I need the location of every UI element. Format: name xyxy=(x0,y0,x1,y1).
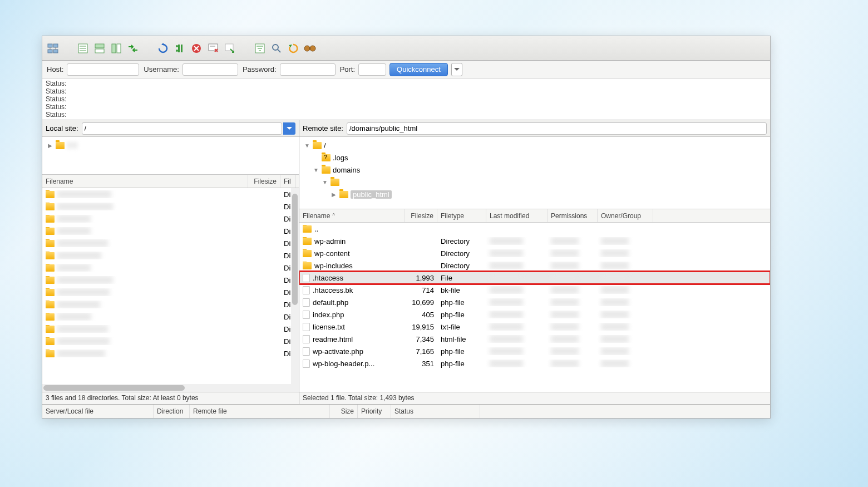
username-input[interactable] xyxy=(183,63,238,76)
tree-row[interactable]: .logs xyxy=(302,151,768,164)
toggle-local-tree-icon[interactable] xyxy=(92,41,107,56)
col-status[interactable]: Status xyxy=(391,405,480,418)
filename-blurred xyxy=(57,215,91,223)
list-item[interactable]: wp-content Directory xyxy=(299,247,770,259)
remote-site-input[interactable] xyxy=(347,122,767,135)
col-direction[interactable]: Direction xyxy=(154,405,190,418)
col-filesize[interactable]: Filesize xyxy=(405,209,437,222)
tree-row[interactable]: ▶ public_html xyxy=(302,188,768,200)
list-item[interactable]: Dir xyxy=(42,200,299,213)
list-item[interactable]: Dir xyxy=(42,225,299,237)
permissions-blurred xyxy=(551,360,579,367)
modified-blurred xyxy=(490,274,523,282)
horizontal-scrollbar[interactable] xyxy=(42,384,299,392)
filename-blurred xyxy=(57,350,105,357)
filetype-cell: php-file xyxy=(437,298,486,307)
modified-blurred xyxy=(490,262,523,269)
toggle-remote-tree-icon[interactable] xyxy=(109,41,124,56)
list-item[interactable]: Dir xyxy=(42,298,299,311)
list-item[interactable]: Dir xyxy=(42,237,299,249)
list-item[interactable]: Dir xyxy=(42,249,299,262)
cancel-icon[interactable] xyxy=(189,41,204,56)
quickconnect-button[interactable]: Quickconnect xyxy=(389,63,448,76)
folder-icon xyxy=(303,262,312,269)
list-item[interactable]: Dir xyxy=(42,335,299,347)
list-item[interactable]: Dir xyxy=(42,323,299,335)
svg-rect-3 xyxy=(53,50,58,53)
list-item[interactable]: wp-includes Directory xyxy=(299,259,770,272)
list-item[interactable]: license.txt 19,915 txt-file xyxy=(299,321,770,333)
filter-icon[interactable] xyxy=(253,41,267,56)
local-site-dropdown[interactable] xyxy=(283,122,295,135)
disclosure-icon[interactable]: ▶ xyxy=(331,191,337,198)
col-server-local[interactable]: Server/Local file xyxy=(42,405,154,418)
col-remote-file[interactable]: Remote file xyxy=(190,405,330,418)
col-priority[interactable]: Priority xyxy=(358,405,391,418)
tree-row[interactable]: ▼ / xyxy=(302,139,768,151)
col-filename[interactable]: Filename^ xyxy=(299,209,405,222)
disclosure-icon[interactable]: ▼ xyxy=(322,179,328,185)
disclosure-icon[interactable]: ▼ xyxy=(313,166,319,173)
process-queue-icon[interactable] xyxy=(172,41,187,56)
password-input[interactable] xyxy=(280,63,336,76)
local-tree[interactable]: ▶ xyxy=(42,137,299,175)
permissions-blurred xyxy=(551,298,579,306)
local-panel: Local site: ▶ Filename Filesize Fil xyxy=(42,120,299,404)
tree-row[interactable]: ▼ xyxy=(302,176,768,188)
list-item[interactable]: .htaccess 1,993 File xyxy=(299,272,770,284)
folder-icon xyxy=(46,301,55,308)
refresh-icon[interactable] xyxy=(156,41,170,56)
list-item[interactable]: Dir xyxy=(42,347,299,360)
tree-row[interactable]: ▶ xyxy=(45,139,297,151)
local-site-input[interactable] xyxy=(82,122,282,135)
list-item[interactable]: .htaccess.bk 714 bk-file xyxy=(299,284,770,296)
reconnect-icon[interactable] xyxy=(223,41,237,56)
svg-rect-10 xyxy=(95,44,104,48)
filename-blurred xyxy=(57,252,101,259)
col-filesize[interactable]: Filesize xyxy=(248,175,280,188)
list-item[interactable]: wp-admin Directory xyxy=(299,235,770,247)
remote-tree[interactable]: ▼ / .logs ▼ domains ▼ ▶ xyxy=(299,137,770,209)
remote-file-list[interactable]: Filename^ Filesize Filetype Last modifie… xyxy=(299,209,770,392)
file-icon xyxy=(303,360,310,368)
owner-blurred xyxy=(601,323,629,331)
tree-row[interactable]: ▼ domains xyxy=(302,164,768,176)
toggle-queue-icon[interactable] xyxy=(126,41,140,56)
status-log: Status: Status: Status: Status: Status: xyxy=(42,78,770,120)
host-input[interactable] xyxy=(67,63,139,76)
col-modified[interactable]: Last modified xyxy=(486,209,548,222)
port-input[interactable] xyxy=(358,63,386,76)
list-item[interactable]: index.php 405 php-file xyxy=(299,308,770,321)
list-item[interactable]: Dir xyxy=(42,286,299,298)
list-item[interactable]: Dir xyxy=(42,274,299,286)
toggle-log-icon[interactable] xyxy=(76,41,90,56)
col-owner[interactable]: Owner/Group xyxy=(598,209,653,222)
list-item[interactable]: .. xyxy=(299,223,770,235)
sync-browse-icon[interactable] xyxy=(286,41,300,56)
col-filename[interactable]: Filename xyxy=(42,175,248,188)
site-manager-icon[interactable] xyxy=(46,41,60,56)
compare-icon[interactable] xyxy=(269,41,284,56)
disconnect-icon[interactable] xyxy=(206,41,220,56)
col-filetype[interactable]: Fil xyxy=(280,175,296,188)
list-item[interactable]: Dir xyxy=(42,188,299,200)
list-item[interactable]: readme.html 7,345 html-file xyxy=(299,333,770,345)
col-filetype[interactable]: Filetype xyxy=(437,209,486,222)
disclosure-icon[interactable]: ▼ xyxy=(304,142,310,149)
list-item[interactable]: Dir xyxy=(42,311,299,323)
list-item[interactable]: Dir xyxy=(42,213,299,225)
list-item[interactable]: Dir xyxy=(42,262,299,274)
local-file-list[interactable]: Filename Filesize Fil Dir Dir Dir xyxy=(42,175,299,384)
list-item[interactable]: default.php 10,699 php-file xyxy=(299,296,770,308)
filetype-cell: Directory xyxy=(437,249,486,258)
list-item[interactable]: wp-activate.php 7,165 php-file xyxy=(299,345,770,357)
quickconnect-dropdown[interactable] xyxy=(451,63,462,76)
search-icon[interactable] xyxy=(303,41,317,56)
disclosure-icon[interactable]: ▶ xyxy=(47,142,53,149)
col-permissions[interactable]: Permissions xyxy=(548,209,598,222)
scrollbar[interactable] xyxy=(291,188,299,384)
folder-icon xyxy=(46,289,55,296)
list-item[interactable]: wp-blog-header.p... 351 php-file xyxy=(299,357,770,370)
modified-blurred xyxy=(490,249,523,257)
col-size[interactable]: Size xyxy=(330,405,358,418)
